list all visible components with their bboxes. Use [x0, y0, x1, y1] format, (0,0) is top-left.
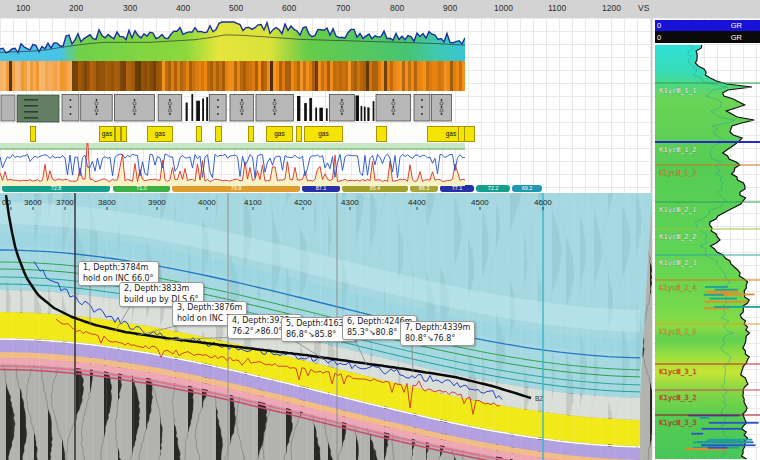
- inclination-segment[interactable]: 71.0: [113, 185, 170, 192]
- annotation-action-text: 80.8°↘76.8°: [405, 334, 470, 345]
- formation-zone-label[interactable]: K1ycⅢ_1_3: [659, 169, 697, 177]
- formation-zone-label[interactable]: K1ycⅢ_2_4: [659, 284, 697, 292]
- gas-flag[interactable]: gas: [266, 126, 293, 142]
- ruler-unit-label: VS: [638, 3, 649, 13]
- ruler-tick-label: 100: [16, 3, 30, 13]
- gas-tick[interactable]: [458, 126, 465, 142]
- ruler-tick-label: 300: [123, 3, 137, 13]
- gas-tick[interactable]: [376, 126, 387, 142]
- formation-zone-label[interactable]: K1ycⅢ_2_2: [659, 233, 697, 241]
- formation-zone-label[interactable]: K1ycⅢ_3_1: [659, 368, 697, 376]
- depth-axis-label: 3900: [148, 198, 166, 207]
- annotation-depth-text: 7, Depth:4339m: [405, 323, 470, 334]
- gas-flag[interactable]: gas: [147, 126, 173, 142]
- inclination-segment[interactable]: 85.4: [342, 185, 408, 192]
- ruler-tick-label: 700: [336, 3, 350, 13]
- depth-axis-label: 4400: [408, 198, 426, 207]
- annotation-depth-text: 3, Depth:3876m: [177, 303, 242, 314]
- depth-axis-label: 4600: [534, 198, 552, 207]
- gas-tick[interactable]: [121, 126, 127, 142]
- ruler-tick-label: 900: [443, 3, 457, 13]
- annotation-depth-text: 1, Depth:3784m: [83, 263, 154, 274]
- depth-axis-label: 4200: [294, 198, 312, 207]
- inclination-segment[interactable]: 72.8: [2, 185, 110, 192]
- inclination-segment-bar[interactable]: 72.871.079.987.185.486.377.172.269.2: [0, 185, 545, 193]
- gas-flag[interactable]: gas: [427, 126, 475, 142]
- ruler-tick-label: 1000: [494, 3, 513, 13]
- log-curves-track[interactable]: [0, 143, 465, 186]
- gas-flag[interactable]: gas: [99, 126, 115, 142]
- gas-tick[interactable]: [248, 126, 254, 142]
- gas-flag[interactable]: gas: [304, 126, 343, 142]
- gas-tick[interactable]: [296, 126, 302, 142]
- gr-curve-name: GR: [731, 21, 742, 30]
- depth-axis-label: 4000: [198, 198, 216, 207]
- ruler-tick-label: 200: [69, 3, 83, 13]
- gas-show-track[interactable]: gasgasgasgasgas: [0, 124, 465, 143]
- ruler-tick-label: 500: [229, 3, 243, 13]
- depth-axis-label: 4500: [471, 198, 489, 207]
- well-correlation-app: 100200300400500600700800900100011001200V…: [0, 0, 760, 460]
- formation-zone-label[interactable]: K1ycⅢ_1_2: [659, 146, 697, 154]
- depth-axis-label: 3700: [56, 198, 74, 207]
- gr-vs-curve-track[interactable]: [0, 20, 465, 61]
- inclination-segment[interactable]: 86.3: [410, 185, 438, 192]
- gr-log-panel[interactable]: K1ycⅢ_1_1K1ycⅢ_1_2K1ycⅢ_1_3K1ycⅢ_2_1K1yc…: [655, 43, 760, 460]
- formation-zone-label[interactable]: K1ycⅢ_1_1: [659, 87, 697, 95]
- lithology-track[interactable]: [0, 92, 465, 124]
- annotation-depth-text: 2, Depth:3833m: [124, 284, 199, 295]
- gr-scale-min-2: 0: [657, 33, 661, 42]
- gr-curve-name-2: GR: [731, 33, 742, 42]
- depth-axis-label: 00: [2, 198, 11, 207]
- inclination-segment[interactable]: 77.1: [440, 185, 474, 192]
- inclination-segment[interactable]: 69.2: [512, 185, 542, 192]
- formation-zone-label[interactable]: K1ycⅢ_2_3: [659, 259, 697, 267]
- gas-tick[interactable]: [30, 126, 36, 142]
- resistivity-image-track[interactable]: [0, 61, 465, 91]
- formation-zone-label[interactable]: K1ycⅢ_3_3: [659, 419, 697, 427]
- depth-axis-label: 4300: [341, 198, 359, 207]
- inclination-segment[interactable]: 72.2: [476, 185, 510, 192]
- target-well-label: B2: [535, 395, 543, 402]
- ruler-tick-label: 600: [282, 3, 296, 13]
- formation-zone-label[interactable]: K1ycⅢ_2_5: [659, 328, 697, 336]
- gas-tick[interactable]: [196, 126, 202, 142]
- formation-zone-label[interactable]: K1ycⅢ_2_1: [659, 206, 697, 214]
- depth-axis-label: 4100: [244, 198, 262, 207]
- gr-header-bar-bottom: 0 GR: [655, 31, 760, 43]
- vs-distance-ruler: 100200300400500600700800900100011001200V…: [0, 0, 760, 19]
- ruler-tick-label: 1200: [602, 3, 621, 13]
- ruler-tick-label: 800: [390, 3, 404, 13]
- ruler-tick-label: 400: [176, 3, 190, 13]
- inclination-segment[interactable]: 79.9: [172, 185, 300, 192]
- gr-header-bar-top: 0 GR: [655, 20, 760, 31]
- survey-annotation[interactable]: 7, Depth:4339m80.8°↘76.8°: [400, 321, 475, 346]
- depth-axis-label: 3800: [98, 198, 116, 207]
- gr-scale-min: 0: [657, 21, 661, 30]
- depth-axis-label: 3600: [24, 198, 42, 207]
- inclination-segment[interactable]: 87.1: [302, 185, 340, 192]
- formation-zone-label[interactable]: K1ycⅢ_3_2: [659, 394, 697, 402]
- ruler-tick-label: 1100: [548, 3, 566, 13]
- gas-tick[interactable]: [215, 126, 222, 142]
